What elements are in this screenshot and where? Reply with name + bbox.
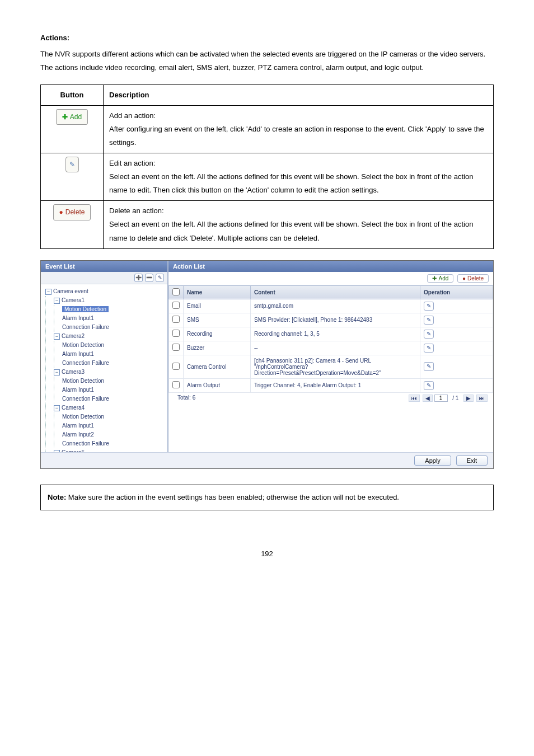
th-button: Button [41,85,104,106]
tree-item[interactable]: Alarm Input1 [61,314,164,323]
event-list-header: Event List [41,261,167,272]
screenshot-panel: Event List ➕ ➖ ✎ −Camera event −Camera1 … [40,260,494,469]
action-delete-button[interactable]: ●Delete [457,274,489,283]
tree-item[interactable]: Alarm Input1 [61,386,164,395]
row-checkbox[interactable] [172,381,180,388]
pager-first-icon[interactable]: ⏮ [409,395,420,402]
edit-desc-body: Select an event on the left. All the act… [109,172,473,194]
tree-item[interactable]: Alarm Input1 [61,421,164,430]
tree-toggle-icon[interactable]: − [54,334,60,340]
row-checkbox[interactable] [172,344,180,351]
row-content: smtp.gmail.com [251,299,420,313]
pager-total: Total: 6 [175,395,198,401]
row-edit-icon[interactable]: ✎ [424,344,434,353]
tree-toggle-icon[interactable]: − [54,298,60,304]
remove-event-icon[interactable]: ➖ [145,274,153,282]
edit-button-sample: ✎ [65,157,79,172]
action-grid: Name Content Operation Emailsmtp.gmail.c… [168,285,493,393]
edit-desc-title: Edit an action: [109,159,155,167]
row-checkbox[interactable] [172,363,180,370]
table-row: RecordingRecording channel: 1, 3, 5✎ [169,327,493,341]
row-content: SMS Provider: [Clickatell], Phone 1: 986… [251,313,420,327]
minus-icon: ● [59,206,63,218]
tree-toggle-icon[interactable]: − [54,450,60,452]
action-list-header: Action List [168,261,493,272]
row-name: SMS [184,313,251,327]
tree-item[interactable]: Alarm Input2 [61,430,164,439]
plus-icon: ✚ [62,111,68,123]
tree-item[interactable]: Motion Detection [61,341,164,350]
note-text: Make sure the action in the event settin… [66,493,399,501]
delete-label: Delete [467,275,484,281]
row-checkbox[interactable] [172,316,180,323]
table-row: Camera Control[ch4 Panasonic 311 p2]: Ca… [169,355,493,378]
note-box: Note: Make sure the action in the event … [40,485,494,510]
table-row: Emailsmtp.gmail.com✎ [169,299,493,313]
note-label: Note: [48,493,66,501]
delete-button-sample: ● Delete [53,204,91,220]
event-list-toolbar: ➕ ➖ ✎ [41,272,167,284]
pager-prev-icon[interactable]: ◀ [423,395,433,402]
table-row: SMSSMS Provider: [Clickatell], Phone 1: … [169,313,493,327]
row-name: Email [184,299,251,313]
row-content: [ch4 Panasonic 311 p2]: Camera 4 - Send … [251,355,420,378]
button-description-table: Button Description ✚ Add Add an action: … [40,84,494,248]
tree-item[interactable]: Motion Detection [61,412,164,421]
section-heading: Actions: [40,34,494,42]
intro-text: The NVR supports different actions which… [40,48,494,74]
page-number: 192 [40,550,494,558]
tree-toggle-icon[interactable]: − [54,369,60,375]
delete-desc-body: Select an event on the left. All the act… [109,220,473,242]
tree-item[interactable]: Alarm Input1 [61,350,164,359]
add-desc-body: After configuring an event on the left, … [109,125,484,147]
row-content: Trigger Channel: 4, Enable Alarm Output:… [251,378,420,392]
row-edit-icon[interactable]: ✎ [424,330,434,339]
row-checkbox[interactable] [172,330,180,337]
tree-item[interactable]: Connection Failure [61,439,164,448]
delete-desc-title: Delete an action: [109,206,164,215]
row-name: Buzzer [184,341,251,355]
add-button-sample: ✚ Add [56,109,88,125]
add-event-icon[interactable]: ➕ [134,274,143,282]
tree-item[interactable]: Connection Failure [61,395,164,403]
add-label: Add [438,275,448,281]
th-name: Name [184,285,251,299]
table-row: Alarm OutputTrigger Channel: 4, Enable A… [169,378,493,392]
row-name: Alarm Output [184,378,251,392]
row-edit-icon[interactable]: ✎ [424,302,434,311]
row-edit-icon[interactable]: ✎ [424,381,434,390]
tree-camera1[interactable]: Camera1 [62,297,85,303]
row-checkbox[interactable] [172,302,180,309]
exit-button[interactable]: Exit [456,456,488,466]
pager-page-input[interactable] [434,395,448,402]
tree-toggle-icon[interactable]: − [45,289,51,295]
apply-button[interactable]: Apply [414,456,451,466]
tree-camera3[interactable]: Camera3 [62,369,85,375]
event-tree: −Camera event −Camera1 Motion Detection … [41,284,167,452]
row-edit-icon[interactable]: ✎ [424,316,434,325]
minus-icon: ● [462,275,466,281]
table-row: Buzzer--✎ [169,341,493,355]
pencil-icon: ✎ [69,158,75,171]
select-all-checkbox[interactable] [172,288,180,295]
tree-item[interactable]: Connection Failure [61,323,164,332]
pager-last-icon[interactable]: ⏭ [476,395,488,402]
tree-camera5[interactable]: Camera5 [62,449,85,452]
action-add-button[interactable]: ✚Add [427,274,453,283]
action-list-panel: Action List ✚Add ●Delete Name Content Op… [168,261,493,452]
th-description: Description [104,85,494,106]
tree-camera4[interactable]: Camera4 [62,405,85,411]
plus-icon: ✚ [432,275,437,281]
pager-pages: / 1 [450,395,461,401]
pager-next-icon[interactable]: ▶ [463,395,474,402]
event-list-panel: Event List ➕ ➖ ✎ −Camera event −Camera1 … [41,261,168,452]
row-edit-icon[interactable]: ✎ [424,362,434,371]
th-operation: Operation [420,285,493,299]
tree-sel-motion[interactable]: Motion Detection [62,306,109,312]
edit-event-icon[interactable]: ✎ [156,274,164,282]
tree-camera2[interactable]: Camera2 [62,333,85,339]
tree-item[interactable]: Connection Failure [61,359,164,368]
tree-item[interactable]: Motion Detection [61,377,164,386]
tree-toggle-icon[interactable]: − [54,405,60,411]
add-desc-title: Add an action: [109,111,156,120]
